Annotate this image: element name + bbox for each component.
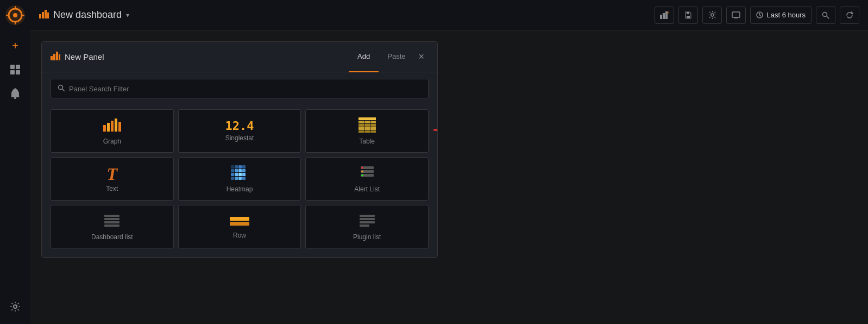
svg-rect-64 (235, 173, 238, 176)
topbar: New dashboard ▾ + (30, 0, 868, 30)
row-icon (230, 214, 249, 229)
sidebar-item-settings[interactable] (4, 296, 26, 317)
alertlist-label: Alert List (354, 185, 380, 193)
alertlist-icon (360, 165, 375, 183)
svg-rect-8 (16, 65, 20, 69)
svg-rect-46 (370, 124, 376, 127)
settings-button[interactable] (702, 7, 722, 24)
svg-rect-83 (360, 215, 375, 217)
dashboard-icon (39, 10, 49, 21)
svg-rect-61 (238, 169, 242, 172)
add-panel-button[interactable]: + (655, 7, 674, 24)
svg-rect-7 (10, 65, 15, 69)
dashboard-title[interactable]: New dashboard (53, 9, 122, 21)
row-label: Row (233, 232, 246, 239)
refresh-button[interactable] (840, 7, 859, 24)
panel-card-graph[interactable]: Graph (51, 109, 174, 153)
svg-rect-29 (51, 56, 53, 60)
svg-rect-55 (231, 165, 234, 169)
main-area: New dashboard ▾ + (30, 0, 868, 324)
panel-card-row[interactable]: Row (178, 205, 301, 248)
svg-line-28 (827, 16, 829, 18)
table-label: Table (359, 138, 375, 145)
modal-tabs: Add Paste (349, 42, 414, 72)
svg-rect-15 (45, 10, 47, 18)
pluginlist-label: Plugin list (353, 233, 381, 241)
panel-card-alertlist[interactable]: Alert List (305, 157, 429, 201)
svg-point-74 (361, 166, 363, 169)
svg-rect-50 (358, 130, 364, 133)
dashboard-content: New Panel Add Paste × (30, 30, 868, 324)
text-icon: T (107, 165, 118, 183)
svg-rect-59 (231, 169, 234, 172)
svg-rect-22 (687, 12, 689, 14)
sidebar: + (0, 0, 30, 324)
search-button[interactable] (816, 7, 835, 24)
svg-point-2 (13, 13, 17, 17)
text-label: Text (106, 185, 118, 192)
svg-text:+: + (667, 11, 669, 15)
panel-card-singlestat[interactable]: 12.4 Singlestat (178, 109, 301, 153)
svg-rect-41 (358, 121, 364, 123)
svg-rect-69 (238, 177, 242, 180)
sidebar-item-add[interactable]: + (4, 35, 26, 57)
panel-card-dashboardlist[interactable]: Dashboard list (51, 205, 174, 248)
svg-point-76 (361, 174, 363, 176)
svg-rect-38 (115, 119, 117, 132)
save-button[interactable] (678, 7, 698, 24)
svg-rect-68 (235, 177, 238, 180)
svg-rect-18 (663, 13, 665, 19)
svg-rect-14 (42, 12, 44, 18)
tab-paste[interactable]: Paste (379, 42, 414, 72)
svg-rect-60 (235, 169, 238, 172)
modal-header: New Panel Add Paste × (42, 42, 437, 72)
svg-rect-10 (16, 70, 20, 74)
pluginlist-icon (358, 213, 376, 231)
time-range-label: Last 6 hours (766, 11, 806, 19)
svg-point-33 (59, 85, 63, 90)
panel-card-table[interactable]: Table (305, 109, 429, 153)
panel-card-pluginlist[interactable]: Plugin list (305, 205, 429, 248)
singlestat-icon: 12.4 (225, 120, 254, 132)
svg-rect-85 (360, 221, 375, 223)
dropdown-arrow[interactable]: ▾ (126, 11, 129, 19)
singlestat-label: Singlestat (225, 134, 254, 142)
sidebar-item-alerts[interactable] (4, 83, 26, 104)
svg-rect-57 (238, 165, 242, 169)
svg-point-23 (711, 14, 714, 16)
svg-rect-42 (364, 121, 370, 123)
svg-rect-49 (370, 127, 376, 130)
svg-rect-43 (370, 121, 376, 123)
svg-rect-30 (53, 54, 55, 60)
search-icon (58, 84, 65, 93)
tab-add[interactable]: Add (349, 42, 379, 72)
svg-rect-63 (231, 173, 234, 176)
svg-rect-77 (104, 215, 119, 217)
svg-rect-86 (360, 225, 369, 227)
new-panel-modal: New Panel Add Paste × (41, 41, 438, 258)
svg-rect-52 (370, 130, 376, 133)
panel-icon (51, 52, 60, 63)
svg-rect-48 (364, 127, 370, 130)
svg-rect-39 (118, 122, 121, 132)
topbar-title-area: New dashboard ▾ (39, 9, 655, 21)
red-arrow-indicator (428, 122, 438, 140)
grafana-logo[interactable] (4, 4, 26, 26)
table-icon (358, 117, 376, 135)
modal-close-button[interactable]: × (414, 49, 429, 65)
svg-rect-78 (104, 218, 119, 220)
sidebar-item-dashboards[interactable] (4, 59, 26, 80)
tv-mode-button[interactable] (726, 7, 746, 24)
svg-rect-79 (104, 221, 119, 223)
svg-rect-67 (231, 177, 234, 180)
graph-label: Graph (103, 138, 121, 145)
svg-rect-16 (47, 13, 49, 18)
svg-line-34 (62, 89, 65, 91)
graph-icon (102, 117, 122, 135)
svg-rect-17 (660, 15, 662, 19)
time-range-picker[interactable]: Last 6 hours (750, 7, 812, 24)
panel-card-text[interactable]: T Text (51, 157, 174, 201)
panel-card-heatmap[interactable]: Heatmap (178, 157, 301, 201)
svg-rect-70 (242, 177, 246, 180)
panel-search-input[interactable] (69, 85, 422, 93)
